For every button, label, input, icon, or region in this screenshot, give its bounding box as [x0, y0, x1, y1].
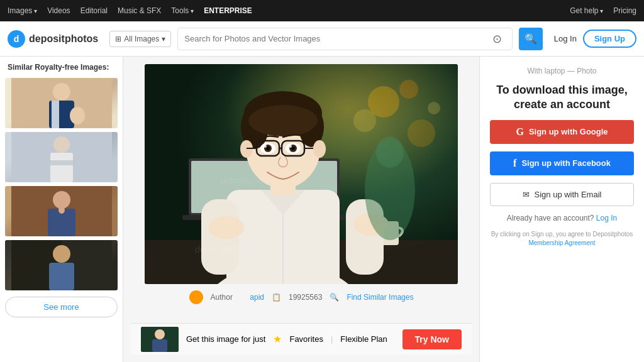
svg-point-2: [53, 83, 70, 101]
facebook-signup-button[interactable]: f Sign up with Facebook: [490, 151, 634, 175]
svg-point-24: [428, 102, 440, 114]
login-link[interactable]: Log In: [596, 214, 617, 222]
logo-icon: d: [8, 30, 25, 48]
signup-button[interactable]: Sign Up: [583, 30, 636, 48]
filter-arrow-icon: ▾: [162, 35, 165, 43]
svg-rect-66: [152, 339, 167, 352]
logo-text: depositphotos: [29, 33, 98, 45]
main-image-container: depositphotos depositphotos: [145, 64, 458, 284]
svg-text:depositphotos: depositphotos: [195, 244, 250, 255]
email-signup-label: Sign up with Email: [535, 190, 602, 199]
nav-get-help[interactable]: Get help: [570, 6, 603, 15]
svg-point-5: [70, 107, 85, 124]
email-signup-button[interactable]: ✉ Sign up with Email: [490, 183, 634, 206]
svg-point-65: [155, 329, 165, 339]
facebook-icon: f: [513, 158, 516, 169]
login-button[interactable]: Log In: [554, 34, 577, 43]
sidebar-title: Similar Royalty-free Images:: [5, 63, 118, 72]
svg-point-58: [264, 145, 267, 148]
google-signup-button[interactable]: G Sign up with Google: [490, 120, 634, 144]
filter-button[interactable]: ⊞ All Images ▾: [109, 31, 171, 47]
image-caption: Author apid 📋 19925563 🔍 Find Similar Im…: [189, 284, 414, 310]
thumb-image-1: [5, 78, 118, 128]
banner-text: Get this image for just: [186, 334, 265, 344]
svg-rect-18: [49, 263, 74, 290]
right-panel: With laptop — Photo To download this ima…: [479, 57, 644, 362]
content-area: depositphotos depositphotos Author apid …: [123, 57, 479, 362]
svg-text:depositphotos: depositphotos: [220, 175, 275, 185]
svg-point-57: [291, 146, 295, 150]
login-prompt: Already have an account? Log In: [490, 214, 634, 222]
email-icon: ✉: [523, 190, 530, 199]
svg-rect-8: [50, 153, 73, 182]
nav-editorial[interactable]: Editorial: [80, 6, 108, 15]
author-avatar: [189, 290, 203, 304]
find-similar-link[interactable]: Find Similar Images: [347, 293, 413, 302]
nav-pricing[interactable]: Pricing: [613, 6, 636, 15]
facebook-signup-label: Sign up with Facebook: [521, 158, 611, 168]
favorites-text: Favorites: [289, 334, 323, 344]
find-similar-icon: 🔍: [330, 293, 339, 302]
filter-icon: ⊞: [115, 35, 121, 43]
thumbnail-grid: [5, 78, 118, 290]
thumb-image-3: [5, 186, 118, 236]
nav-images[interactable]: Images: [8, 6, 37, 15]
nav-enterprise[interactable]: ENTERPRISE: [204, 6, 252, 15]
header: d depositphotos ⊞ All Images ▾ ⊙ 🔍 Log I…: [0, 21, 644, 57]
svg-point-44: [248, 105, 318, 136]
divider: |: [331, 334, 333, 344]
svg-point-61: [376, 136, 404, 168]
svg-point-54: [266, 146, 270, 150]
image-id: 19925563: [289, 293, 322, 302]
svg-rect-4: [52, 101, 59, 128]
top-navigation: Images Videos Editorial Music & SFX Tool…: [0, 0, 644, 21]
image-id-icon: 📋: [272, 293, 281, 302]
thumb-image-2: [5, 132, 118, 182]
already-account-text: Already have an account?: [507, 214, 594, 222]
author-link[interactable]: apid: [250, 293, 264, 302]
svg-point-17: [53, 245, 70, 263]
author-label: Author: [211, 293, 233, 302]
google-signup-label: Sign up with Google: [529, 127, 608, 136]
top-nav-left: Images Videos Editorial Music & SFX Tool…: [8, 6, 252, 15]
star-icon: ★: [273, 333, 282, 345]
thumbnail-2[interactable]: [5, 132, 118, 182]
flexible-plan-text: Flexible Plan: [340, 334, 387, 344]
svg-point-14: [58, 206, 65, 214]
svg-point-25: [408, 119, 435, 147]
nav-music[interactable]: Music & SFX: [118, 6, 161, 15]
sidebar: Similar Royalty-free Images:: [0, 57, 123, 362]
thumb-image-4: [5, 240, 118, 290]
nav-tools[interactable]: Tools: [171, 6, 194, 15]
svg-point-37: [209, 216, 244, 239]
thumbnail-3[interactable]: [5, 186, 118, 236]
search-button[interactable]: 🔍: [519, 28, 543, 50]
camera-icon[interactable]: ⊙: [492, 32, 502, 46]
thumbnail-1[interactable]: [5, 78, 118, 128]
membership-agreement-link[interactable]: Membership Agreement: [528, 239, 595, 246]
nav-videos[interactable]: Videos: [47, 6, 70, 15]
logo[interactable]: d depositphotos: [8, 30, 98, 48]
banner-thumbnail: [141, 327, 179, 352]
search-bar: ⊙: [177, 28, 512, 50]
main-layout: Similar Royalty-free Images:: [0, 57, 644, 362]
search-icon: 🔍: [525, 33, 537, 45]
panel-subtitle: With laptop — Photo: [490, 67, 634, 75]
agreement-text: By clicking on Sign up, you agree to Dep…: [490, 230, 634, 248]
agreement-prefix: By clicking on Sign up, you agree to Dep…: [491, 231, 633, 238]
try-now-button[interactable]: Try Now: [402, 329, 462, 349]
svg-point-46: [313, 140, 326, 158]
header-actions: Log In Sign Up: [554, 30, 636, 48]
search-input[interactable]: [184, 34, 488, 43]
filter-label: All Images: [124, 35, 159, 43]
svg-point-7: [53, 136, 70, 153]
bottom-banner: Get this image for just ★ Favorites | Fl…: [131, 323, 472, 354]
main-image: depositphotos depositphotos: [145, 64, 458, 284]
top-nav-right: Get help Pricing: [570, 6, 636, 15]
svg-point-12: [53, 191, 70, 209]
see-more-button[interactable]: See more: [5, 297, 118, 317]
google-icon: G: [516, 126, 523, 138]
thumbnail-4[interactable]: [5, 240, 118, 290]
svg-rect-9: [36, 160, 87, 165]
svg-point-59: [289, 145, 292, 148]
